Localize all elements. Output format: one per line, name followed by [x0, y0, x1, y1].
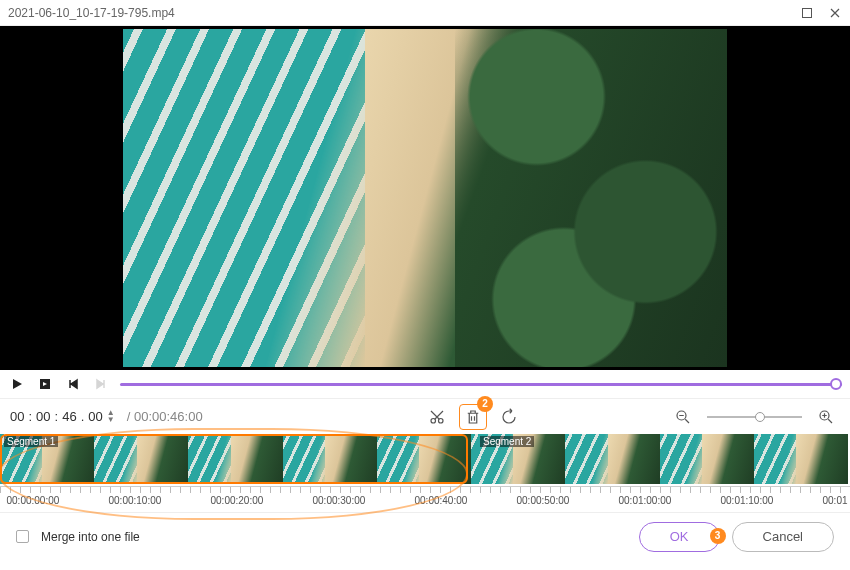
timeline-thumb[interactable]	[660, 434, 754, 484]
tick-label: 00:01	[823, 495, 848, 506]
window-title: 2021-06-10_10-17-19-795.mp4	[8, 6, 175, 20]
zoom-controls	[669, 404, 840, 430]
tick-label: 00:00:30:00	[313, 495, 366, 506]
timeline[interactable]: Segment 1 Segment 2 1 00:00:00:0000:00:1…	[0, 434, 850, 512]
merge-checkbox[interactable]	[16, 530, 29, 543]
time-hh[interactable]: 00	[10, 409, 24, 424]
timeline-thumb[interactable]	[377, 434, 471, 484]
svg-rect-0	[803, 8, 812, 17]
time-stepper[interactable]: ▲ ▼	[107, 410, 117, 423]
time-mm[interactable]: 00	[36, 409, 50, 424]
rotate-button[interactable]	[495, 404, 523, 430]
chevron-down-icon[interactable]: ▼	[107, 417, 117, 423]
cancel-button[interactable]: Cancel	[732, 522, 834, 552]
time-toolbar: 00: 00: 46. 00 ▲ ▼ / 00:00:46:00 2	[0, 398, 850, 434]
tick-label: 00:00:20:00	[211, 495, 264, 506]
tick-label: 00:00:40:00	[415, 495, 468, 506]
time-ms[interactable]: 00	[88, 409, 102, 424]
cut-button[interactable]	[423, 404, 451, 430]
timeline-thumb[interactable]	[188, 434, 282, 484]
callout-3: 3	[710, 528, 726, 544]
tick-label: 00:00:00:00	[7, 495, 60, 506]
timeline-thumb[interactable]	[471, 434, 565, 484]
duration-label: / 00:00:46:00	[127, 409, 203, 424]
playback-controls	[0, 370, 850, 398]
progress-knob[interactable]	[830, 378, 842, 390]
timeline-thumb[interactable]	[565, 434, 659, 484]
tick-label: 00:00:10:00	[109, 495, 162, 506]
merge-label: Merge into one file	[41, 530, 140, 544]
titlebar: 2021-06-10_10-17-19-795.mp4	[0, 0, 850, 26]
tick-label: 00:01:10:00	[721, 495, 774, 506]
maximize-icon[interactable]	[800, 6, 814, 20]
ok-button[interactable]: OK	[639, 522, 720, 552]
window-controls	[800, 6, 842, 20]
callout-2: 2	[477, 396, 493, 412]
previous-button[interactable]	[64, 375, 82, 393]
tick-label: 00:01:00:00	[619, 495, 672, 506]
footer: Merge into one file OK 3 Cancel	[0, 512, 850, 560]
frame-forward-button[interactable]	[36, 375, 54, 393]
next-button[interactable]	[92, 375, 110, 393]
timeline-ruler: 00:00:00:0000:00:10:0000:00:20:0000:00:3…	[0, 486, 850, 510]
video-preview-area	[0, 26, 850, 370]
play-button[interactable]	[8, 375, 26, 393]
zoom-slider[interactable]	[707, 416, 802, 418]
progress-bar[interactable]	[120, 380, 842, 388]
timeline-thumb[interactable]	[754, 434, 848, 484]
timeline-thumb[interactable]	[94, 434, 188, 484]
time-ss[interactable]: 46	[62, 409, 76, 424]
zoom-out-button[interactable]	[669, 404, 697, 430]
tick-label: 00:00:50:00	[517, 495, 570, 506]
timeline-thumbs[interactable]: 1	[0, 434, 850, 484]
zoom-knob[interactable]	[755, 412, 765, 422]
timeline-thumb[interactable]	[283, 434, 377, 484]
video-preview[interactable]	[123, 29, 727, 367]
time-input[interactable]: 00: 00: 46. 00 ▲ ▼	[10, 409, 117, 424]
timeline-thumb[interactable]	[0, 434, 94, 484]
zoom-in-button[interactable]	[812, 404, 840, 430]
close-icon[interactable]	[828, 6, 842, 20]
